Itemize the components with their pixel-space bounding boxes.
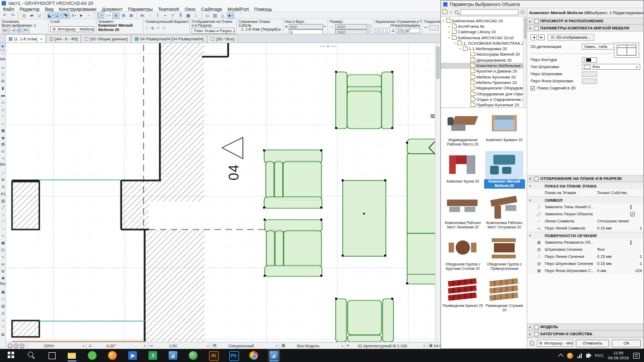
tree-expand-icon[interactable]: ▾	[448, 37, 451, 39]
tool-button[interactable]: ╱	[0, 204, 6, 212]
tool-button[interactable]: ⊳	[0, 261, 6, 268]
tool-button[interactable]: △	[0, 106, 6, 113]
tree-item[interactable]: ▾ 1.1 Мебелировка 20	[441, 46, 527, 51]
display-row[interactable]: ▨ Перо Штриховки Сечения 0.15 мм 1	[527, 260, 643, 267]
tool-button[interactable]: *	[0, 324, 6, 331]
downloader-icon[interactable]	[106, 349, 118, 361]
geometry-variant-1-icon[interactable]: ◇	[145, 26, 148, 31]
tool-button[interactable]: ◇	[0, 99, 6, 106]
library-item[interactable]: Компоновка Рабочих Мест Линейная 20	[442, 192, 484, 234]
display-row[interactable]: ▾ ПОКАЗ НА ПЛАНЕ ЭТАЖА	[527, 182, 643, 189]
tree-item[interactable]: Декорирование 20	[441, 57, 527, 63]
show-seats-checkbox[interactable]	[530, 86, 535, 90]
tool-button[interactable]: A	[0, 184, 6, 191]
toolbar-icon[interactable]: ↶	[2, 13, 9, 19]
library-search-input[interactable]	[460, 9, 518, 15]
messenger-icon[interactable]	[86, 349, 98, 361]
menu-item[interactable]: Конструирование	[56, 7, 99, 12]
object-tool-button[interactable]: ⊙	[16, 28, 22, 33]
tool-button[interactable]: ⊠	[0, 331, 6, 339]
tool-button[interactable]: Разное	[0, 282, 6, 289]
explorer-icon[interactable]	[66, 349, 78, 361]
toolbar-icon[interactable]: ⊠	[128, 13, 135, 19]
library-item[interactable]: Размещение Кресел 20	[442, 275, 484, 317]
tool-button[interactable]: ▦	[0, 128, 6, 135]
menu-item[interactable]: ModelPort	[225, 7, 252, 12]
tray-expand-icon[interactable]	[558, 354, 564, 359]
display-row[interactable]: ╱╱ Заменить Перья Объекта	[527, 210, 643, 218]
network-icon[interactable]	[577, 353, 582, 358]
folder-view-icon[interactable]	[443, 10, 448, 14]
tool-button[interactable]: Констр	[0, 57, 6, 64]
zoom-level-combo[interactable]: 339%▸	[28, 342, 87, 349]
toolbar-icon[interactable]: ▦	[185, 13, 192, 19]
library-item[interactable]: Комплект Кухни 20	[442, 151, 484, 192]
tool-button[interactable]: ▥	[0, 303, 6, 310]
fill-type-combo[interactable]: Фон▸	[582, 64, 640, 70]
display-row[interactable]: ▩ Заменить Реквизиты Об...	[527, 239, 643, 246]
section-model[interactable]: ▸ МОДЕЛЬ	[527, 323, 643, 330]
tool-button[interactable]: ○	[0, 212, 6, 219]
toolbar-icon[interactable]: #	[70, 13, 77, 19]
toolbar-icon[interactable]: ⋉	[139, 13, 146, 19]
photoshop-icon[interactable]: Ps	[228, 349, 240, 361]
orientation-combo[interactable]: ∠0,00°▸	[87, 342, 148, 349]
toolbar-icon[interactable]	[18, 13, 19, 19]
tool-button[interactable]: Докум	[0, 162, 6, 170]
tree-item[interactable]: Аксессуары Ванной 20	[441, 52, 527, 57]
angle-field[interactable]: 270,00°	[396, 28, 420, 33]
menu-item[interactable]: Teamwork	[156, 7, 182, 12]
menu-item[interactable]: Окно	[182, 7, 199, 12]
doc-3-icon[interactable]: 3	[147, 349, 159, 361]
tree-expand-icon[interactable]: ▾	[458, 47, 462, 50]
tree-expand-icon[interactable]: ▾	[453, 42, 456, 45]
menu-item[interactable]: Редактор	[17, 7, 43, 12]
tool-button[interactable]: ~	[0, 226, 6, 233]
display-row[interactable]: ▭ Перо Линий Символа 0.15 мм 1	[527, 225, 643, 232]
toolbar-icon[interactable]	[136, 13, 137, 19]
toolbar-icon[interactable]: ◎	[21, 13, 28, 19]
display-row[interactable]: ─ Линии Символа Сплошная линия	[527, 218, 643, 225]
toolbar-icon[interactable]: ∠	[55, 13, 62, 19]
size-width-field[interactable]: 4000	[335, 24, 367, 29]
view-tab[interactable]: [1. 1-й этаж] ×	[5, 34, 46, 43]
display-row[interactable]: ▦ Перо Фона Штриховки С... 0 мм 124	[527, 267, 643, 274]
fill-pen-field[interactable]	[582, 71, 597, 77]
tool-button[interactable]: ⌂	[0, 120, 6, 128]
toolbar-icon[interactable]	[94, 13, 95, 19]
toolbar-icon[interactable]: ▰	[28, 13, 35, 19]
tree-item[interactable]: ▾ Библиотека ARCHICAD 20.lcf	[441, 35, 527, 40]
menu-item[interactable]: Помощь	[252, 7, 275, 12]
tool-button[interactable]: ▱	[0, 64, 6, 71]
tool-button[interactable]: ▬	[0, 92, 6, 99]
toolbar-icon[interactable]: ~	[86, 13, 93, 19]
pen-set-button[interactable]: Ꞧ▾	[23, 28, 29, 33]
tool-button[interactable]: ↔	[0, 170, 6, 177]
tool-button[interactable]: □	[0, 296, 6, 303]
tree-item[interactable]: Отдых и Оздоровление 20	[441, 96, 527, 102]
tree-item[interactable]: Мебель Кухонная 20	[441, 74, 527, 80]
menu-item[interactable]: Документ	[99, 7, 126, 12]
library-item[interactable]: Компоновка Рабочих Мест Островная 20	[484, 192, 525, 234]
display-row[interactable]: ▾ СИМВОЛ	[527, 196, 643, 203]
tree-item[interactable]: Кушетки и Диваны 20	[441, 69, 527, 74]
pen-set-combo[interactable]: ▤Специальный▸	[211, 342, 280, 349]
floor-plan-canvas[interactable]: 04 8	[6, 43, 435, 342]
surface-field[interactable]	[429, 25, 439, 31]
tool-button[interactable]: Δ	[0, 310, 6, 317]
language-indicator[interactable]: РУС	[595, 353, 604, 358]
library-item[interactable]: Комплект Кровати 20	[484, 110, 525, 151]
library-item[interactable]: Комплект Мягкой Мебели 20	[484, 151, 525, 192]
tree-item[interactable]: Мебель Прихожих 20	[441, 80, 527, 85]
tool-button[interactable]: ⊕	[0, 177, 6, 184]
view-tab[interactable]: 04 Развертка04 [04 Развертка04]	[132, 35, 207, 43]
tool-button[interactable]: ▤	[0, 141, 6, 148]
model-filter-combo[interactable]: ▦Вся Модель▸	[280, 342, 345, 349]
toolbar-icon[interactable]: ▨	[212, 13, 219, 19]
library-item[interactable]: Индивидуальное Рабочее Место 20	[442, 110, 484, 151]
archicad-icon[interactable]: ◭	[268, 349, 280, 361]
footer-layer-combo[interactable]: ⊘Интерьер - Мебель▸	[537, 340, 573, 347]
archicad-start-icon[interactable]: ◭	[167, 349, 179, 361]
display-row[interactable]: ▾ ПОВЕРХНОСТИ СЕЧЕНИЯ	[527, 232, 643, 239]
toolbar-icon[interactable]: ⊞	[120, 13, 127, 19]
